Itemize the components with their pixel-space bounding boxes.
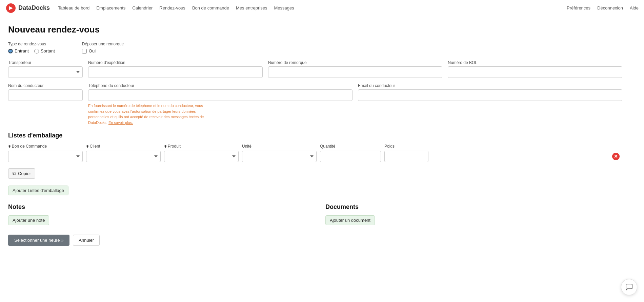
telephone-conducteur-group: Téléphone du conducteur En fournissant l… (88, 83, 353, 125)
nav-bon-de-commande[interactable]: Bon de commande (192, 5, 229, 10)
packing-list-row: ✕ (8, 151, 622, 162)
nom-conducteur-input[interactable] (8, 89, 83, 101)
transporteur-label: Transporteur (8, 60, 83, 65)
numero-expedition-input[interactable] (88, 66, 263, 78)
packing-client-select[interactable] (86, 151, 161, 162)
nom-conducteur-label: Nom du conducteur (8, 83, 83, 88)
rdv-type-label: Type de rendez-vous (8, 42, 55, 46)
copy-button[interactable]: ⧉ Copier (8, 168, 35, 179)
deposer-remorque-group: Déposer une remorque Oui (82, 42, 124, 53)
email-conducteur-group: Email du conducteur (358, 83, 622, 125)
conducteur-row: Nom du conducteur Téléphone du conducteu… (8, 83, 622, 125)
col-bon-commande: Bon de Commande (8, 144, 83, 149)
nav-messages[interactable]: Messages (274, 5, 294, 10)
numero-remorque-input[interactable] (268, 66, 443, 78)
numero-bol-group: Numéro de BOL (448, 60, 622, 78)
nav-preferences[interactable]: Préférences (567, 5, 590, 10)
numero-bol-input[interactable] (448, 66, 622, 78)
page-content: Nouveau rendez-vous Type de rendez-vous … (0, 16, 630, 264)
deposer-remorque-checkbox-label[interactable]: Oui (89, 48, 96, 53)
telephone-conducteur-input[interactable] (88, 89, 353, 101)
col-poids: Poids (384, 144, 428, 149)
nav-right: Préférences Déconnexion Aide (567, 5, 639, 10)
select-time-button[interactable]: Sélectionner une heure » (8, 235, 69, 246)
navbar: DataDocks Tableau de bord Emplacements C… (0, 0, 644, 16)
page-title: Nouveau rendez-vous (8, 24, 622, 35)
logo-text: DataDocks (18, 4, 50, 12)
privacy-link[interactable]: En savoir plus. (108, 121, 133, 125)
packing-list-section: Listes d'emballage Bon de Commande Clien… (8, 132, 622, 195)
top-options-row: Type de rendez-vous Entrant Sortant Dépo… (8, 42, 622, 53)
radio-sortant-input[interactable] (34, 49, 39, 53)
copy-icon: ⧉ (13, 171, 16, 176)
logo-link[interactable]: DataDocks (5, 3, 50, 14)
copy-button-label: Copier (18, 171, 31, 176)
numero-remorque-group: Numéro de remorque (268, 60, 443, 78)
bottom-actions: Sélectionner une heure » Annuler (8, 235, 622, 256)
transporteur-select[interactable] (8, 66, 83, 78)
numero-expedition-group: Numéro d'expédition (88, 60, 263, 78)
rdv-type-radios: Entrant Sortant (8, 48, 55, 53)
rdv-type-group: Type de rendez-vous Entrant Sortant (8, 42, 55, 53)
cancel-button[interactable]: Annuler (73, 235, 100, 246)
deposer-remorque-checkbox[interactable] (82, 49, 87, 53)
transporteur-group: Transporteur (8, 60, 83, 78)
nav-deconnexion[interactable]: Déconnexion (597, 5, 623, 10)
add-doc-button[interactable]: Ajouter un document (325, 215, 375, 225)
nav-mes-entreprises[interactable]: Mes entreprises (236, 5, 267, 10)
packing-quantite-input[interactable] (320, 151, 381, 162)
packing-produit-select[interactable] (164, 151, 239, 162)
add-packing-container: Ajouter Listes d'emballage (8, 181, 622, 195)
radio-entrant-input[interactable] (8, 49, 13, 53)
nav-tableau-de-bord[interactable]: Tableau de bord (58, 5, 89, 10)
numero-remorque-label: Numéro de remorque (268, 60, 443, 65)
packing-list-title: Listes d'emballage (8, 132, 622, 139)
packing-list-header: Bon de Commande Client Produit Unité Qua… (8, 144, 622, 149)
privacy-text: En fournissant le numéro de téléphone et… (88, 103, 217, 125)
packing-remove-button[interactable]: ✕ (612, 153, 620, 160)
documents-title: Documents (325, 203, 622, 211)
col-unite: Unité (242, 144, 317, 149)
telephone-conducteur-label: Téléphone du conducteur (88, 83, 353, 88)
packing-bon-commande-select[interactable] (8, 151, 83, 162)
transporteur-row: Transporteur Numéro d'expédition Numéro … (8, 60, 622, 78)
nav-rendez-vous[interactable]: Rendez-vous (159, 5, 185, 10)
add-note-button[interactable]: Ajouter une note (8, 215, 49, 225)
nom-conducteur-group: Nom du conducteur (8, 83, 83, 125)
notes-docs-row: Notes Ajouter une note Documents Ajouter… (8, 203, 622, 225)
email-conducteur-input[interactable] (358, 89, 622, 101)
col-quantite: Quantité (320, 144, 381, 149)
deposer-remorque-checkbox-row: Oui (82, 48, 124, 53)
nav-emplacements[interactable]: Emplacements (96, 5, 125, 10)
radio-sortant-label: Sortant (41, 48, 55, 53)
packing-unite-select[interactable] (242, 151, 317, 162)
notes-title: Notes (8, 203, 305, 211)
notes-col: Notes Ajouter une note (8, 203, 305, 225)
nav-aide[interactable]: Aide (630, 5, 639, 10)
add-packing-button[interactable]: Ajouter Listes d'emballage (8, 186, 68, 195)
deposer-remorque-label: Déposer une remorque (82, 42, 124, 46)
numero-expedition-label: Numéro d'expédition (88, 60, 263, 65)
packing-poids-input[interactable] (384, 151, 428, 162)
logo-icon (5, 3, 16, 14)
col-produit: Produit (164, 144, 239, 149)
nav-links: Tableau de bord Emplacements Calendrier … (58, 5, 567, 10)
nav-calendrier[interactable]: Calendrier (132, 5, 153, 10)
col-client: Client (86, 144, 161, 149)
email-conducteur-label: Email du conducteur (358, 83, 622, 88)
radio-entrant[interactable]: Entrant (8, 48, 29, 53)
docs-col: Documents Ajouter un document (325, 203, 622, 225)
numero-bol-label: Numéro de BOL (448, 60, 622, 65)
radio-entrant-label: Entrant (15, 48, 29, 53)
radio-sortant[interactable]: Sortant (34, 48, 55, 53)
